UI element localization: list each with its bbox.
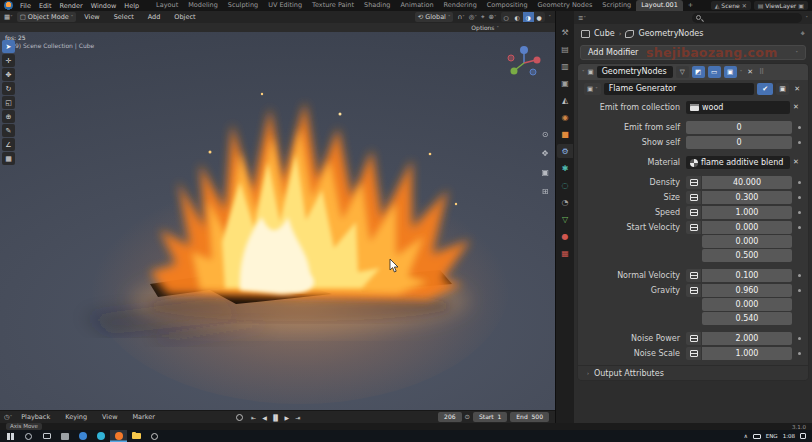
blender-logo-icon[interactable]: [4, 1, 13, 10]
transport-button-prev-keyframe[interactable]: ◀: [260, 414, 269, 421]
properties-tab-constraints[interactable]: ◔: [557, 195, 573, 209]
options-dropdown[interactable]: Options: [471, 24, 494, 31]
gizmos-toggle-icon[interactable]: ⌖: [481, 13, 485, 21]
viewport-menu-item[interactable]: Add: [144, 13, 165, 21]
animate-dot[interactable]: [798, 289, 801, 292]
add-modifier-button[interactable]: Add Modifier ˅: [580, 45, 806, 60]
workspace-tab[interactable]: Layout: [151, 0, 183, 11]
properties-tab-texture[interactable]: ▦: [557, 246, 573, 260]
end-frame-field[interactable]: End 500: [510, 412, 549, 422]
workspace-tab[interactable]: Sculpting: [223, 0, 263, 11]
orientation-dropdown[interactable]: ⟲Global˅: [415, 12, 454, 22]
tool-button-cursor[interactable]: ✛: [2, 54, 15, 67]
start-frame-field[interactable]: Start 1: [473, 412, 507, 422]
transport-button-jump-end[interactable]: ⇥: [293, 414, 302, 421]
normal-velocity-field[interactable]: 0.100: [702, 269, 792, 282]
properties-tab-object[interactable]: ■: [557, 127, 573, 141]
shading-mode-button-wireframe[interactable]: ○: [501, 12, 512, 22]
properties-tab-modifiers[interactable]: ⚙: [557, 144, 573, 158]
properties-tab-render[interactable]: ▤: [557, 42, 573, 56]
clear-material-icon[interactable]: ✕: [790, 156, 802, 169]
fake-user-toggle[interactable]: ✔: [757, 83, 773, 95]
viewport-menu-item[interactable]: Select: [110, 13, 138, 21]
attribute-toggle-button[interactable]: [686, 206, 701, 219]
breadcrumb-object[interactable]: Cube: [594, 29, 615, 38]
viewport-side-button-zoom[interactable]: ⊙: [541, 130, 549, 139]
animate-dot[interactable]: [798, 211, 801, 214]
transport-button-pause[interactable]: ▐▌: [271, 414, 280, 421]
current-frame-field[interactable]: 206: [438, 412, 461, 422]
attribute-toggle-button[interactable]: [686, 332, 701, 345]
expand-icon[interactable]: ˅: [582, 69, 585, 75]
shading-dropdown-icon[interactable]: ˅: [549, 14, 552, 20]
header-chevron-icon[interactable]: ˅: [806, 15, 809, 21]
menu-item[interactable]: Render: [55, 2, 86, 10]
viewport-menu-item[interactable]: View: [80, 13, 103, 21]
workspace-tab[interactable]: Texture Paint: [307, 0, 359, 11]
auto-keying-toggle[interactable]: [236, 414, 243, 421]
noise-power-field[interactable]: 2.000: [702, 332, 792, 345]
overlays-toggle-icon[interactable]: ⊚˅: [489, 13, 497, 21]
workspace-tab[interactable]: Rendering: [439, 0, 482, 11]
properties-tab-physics[interactable]: ◌: [557, 178, 573, 192]
material-field[interactable]: flame additive blend: [686, 156, 790, 169]
taskbar-app-button-app-blue[interactable]: [74, 430, 91, 442]
unlink-icon[interactable]: ✕: [742, 2, 747, 9]
collection-field[interactable]: wood: [686, 101, 790, 114]
notification-center-icon[interactable]: [800, 433, 806, 439]
taskbar-app-button-app-teal[interactable]: [92, 430, 109, 442]
render-toggle[interactable]: ▣: [724, 66, 737, 78]
vector-y-field[interactable]: 0.000: [702, 298, 792, 311]
output-attributes-section[interactable]: › Output Attributes: [578, 365, 808, 380]
size-field[interactable]: 0.300: [702, 191, 792, 204]
display-tray-icon[interactable]: [753, 434, 761, 439]
vector-z-field[interactable]: 0.540: [702, 312, 792, 325]
workspace-tab[interactable]: Scripting: [597, 0, 636, 11]
snap-magnet-icon[interactable]: ∩˅: [457, 13, 464, 21]
viewport-canvas[interactable]: fps: 25 (209) Scene Collection | Cube ➤✛…: [0, 32, 555, 410]
workspace-tab[interactable]: +: [683, 0, 698, 11]
menu-item[interactable]: Help: [120, 2, 143, 10]
edit-mode-toggle[interactable]: ◩: [692, 66, 705, 78]
taskbar-app-button-start-button[interactable]: [2, 430, 19, 442]
properties-tab-world[interactable]: ◉: [557, 110, 573, 124]
workspace-tab[interactable]: Shading: [359, 0, 395, 11]
shading-mode-button-rendered[interactable]: ●: [534, 12, 545, 22]
tool-button-select-box[interactable]: ➤: [2, 40, 15, 53]
menu-item[interactable]: Edit: [35, 2, 56, 10]
copy-node-tree-icon[interactable]: ▣: [776, 83, 789, 95]
properties-tab-scene[interactable]: ◭: [557, 93, 573, 107]
density-field[interactable]: 40.000: [702, 176, 792, 189]
speed-field[interactable]: 1.000: [702, 206, 792, 219]
editor-type-icon[interactable]: ▦˅: [4, 13, 13, 21]
browse-node-tree-button[interactable]: ▣˅: [584, 83, 601, 95]
animate-dot[interactable]: [798, 226, 801, 229]
timeline-menu-item[interactable]: Keying: [61, 413, 91, 421]
viewport-side-button-toggle-ortho[interactable]: ⊞: [541, 187, 549, 196]
navigation-gizmo[interactable]: [505, 44, 543, 82]
drag-handle-icon[interactable]: ⠿: [759, 68, 764, 76]
animate-dot[interactable]: [798, 352, 801, 355]
tool-button-add-cube[interactable]: ▦: [2, 152, 15, 165]
taskbar-app-button-task-view-button[interactable]: [38, 430, 55, 442]
properties-tab-particles[interactable]: ✱: [557, 161, 573, 175]
new-layer-icon[interactable]: ▣: [798, 2, 804, 9]
on-cage-toggle[interactable]: ▽: [676, 66, 689, 78]
tool-button-scale[interactable]: ◱: [2, 96, 15, 109]
proportional-edit-icon[interactable]: ◎˅: [469, 13, 477, 21]
show-self-field[interactable]: 0: [686, 136, 792, 149]
node-tree-name-field[interactable]: Flame Generator: [604, 83, 754, 95]
timeline-menu-item[interactable]: View: [98, 413, 121, 421]
clear-collection-icon[interactable]: ✕: [790, 101, 802, 114]
vector-x-field[interactable]: 0.960: [702, 284, 792, 297]
vector-y-field[interactable]: 0.000: [702, 235, 792, 248]
properties-tab-object-data[interactable]: ▽: [557, 212, 573, 226]
menu-item[interactable]: Window: [87, 2, 121, 10]
noise-scale-field[interactable]: 1.000: [702, 347, 792, 360]
workspace-tab[interactable]: Layout.001: [636, 0, 683, 11]
language-indicator[interactable]: ENG: [766, 433, 778, 439]
keying-set-icon[interactable]: ⊙: [465, 413, 470, 421]
properties-tab-view-layer[interactable]: ▣: [557, 76, 573, 90]
workspace-tab[interactable]: UV Editing: [263, 0, 307, 11]
properties-tab-tool[interactable]: ⚒: [557, 25, 573, 39]
